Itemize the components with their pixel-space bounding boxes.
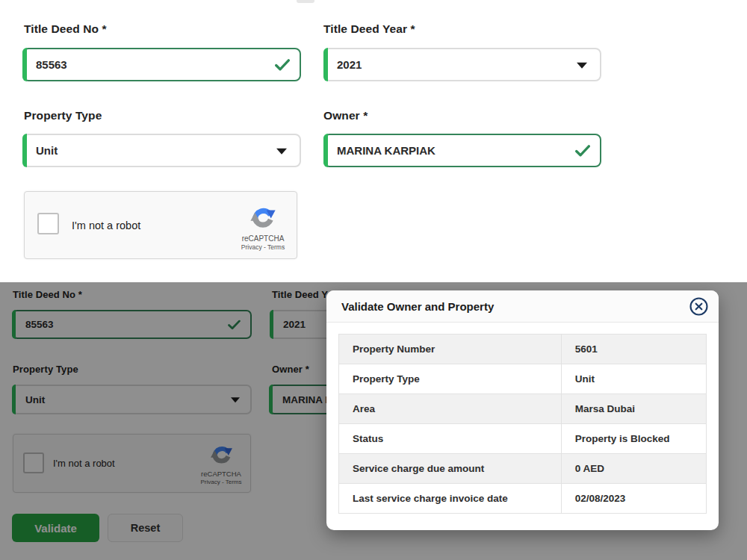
recaptcha-logo: reCAPTCHA Privacy - Terms (235, 203, 291, 251)
close-icon[interactable] (689, 296, 709, 317)
recaptcha-brand-text: reCAPTCHA (235, 235, 291, 243)
title-deed-year-select[interactable]: 2021 (323, 48, 601, 81)
recaptcha-checkbox[interactable] (37, 213, 59, 234)
title-deed-no-label: Title Deed No * (24, 22, 107, 36)
row-label: Property Number (339, 335, 562, 364)
form-section-active: Title Deed No * Title Deed Year * 2021 P… (0, 0, 747, 282)
row-value: 5601 (561, 335, 706, 364)
property-details-table: Property Number 5601 Property Type Unit … (338, 334, 707, 514)
owner-field[interactable] (323, 134, 601, 167)
modal-header: Validate Owner and Property (326, 290, 719, 323)
row-label: Status (339, 424, 562, 454)
table-row: Area Marsa Dubai (339, 394, 707, 424)
row-value: Property is Blocked (561, 424, 706, 454)
title-deed-no-input[interactable] (24, 58, 244, 71)
owner-input[interactable] (325, 144, 545, 157)
modal-title: Validate Owner and Property (341, 300, 494, 313)
row-label: Property Type (339, 364, 562, 394)
table-row: Property Number 5601 (339, 335, 707, 364)
valid-check-icon (575, 145, 590, 157)
valid-check-icon (275, 59, 290, 71)
title-deed-year-label: Title Deed Year * (323, 22, 415, 36)
title-deed-no-field[interactable] (22, 48, 301, 81)
form-section-dimmed: Title Deed No * Title Deed Year * 2021 P… (0, 282, 747, 560)
property-type-value: Unit (24, 144, 58, 157)
recaptcha-privacy-terms-links[interactable]: Privacy - Terms (235, 244, 291, 251)
row-value: Marsa Dubai (561, 394, 706, 424)
chevron-down-icon (577, 62, 587, 68)
table-row: Status Property is Blocked (339, 424, 707, 454)
recaptcha-logo-icon (249, 203, 277, 231)
table-row: Last service charge invoice date 02/08/2… (339, 484, 707, 514)
table-row: Property Type Unit (339, 364, 707, 394)
property-type-label: Property Type (24, 109, 102, 122)
cutoff-ui-fragment (297, 0, 314, 3)
row-value: 02/08/2023 (561, 484, 706, 514)
row-value: 0 AED (561, 454, 706, 484)
owner-label: Owner * (323, 109, 368, 122)
validate-owner-property-modal: Validate Owner and Property Property Num… (326, 290, 719, 530)
row-value: Unit (561, 364, 706, 394)
recaptcha-widget: I'm not a robot reCAPTCHA Privacy - Term… (24, 191, 297, 259)
row-label: Last service charge invoice date (339, 484, 562, 514)
row-label: Service charge due amount (339, 454, 562, 484)
recaptcha-label: I'm not a robot (72, 192, 140, 258)
chevron-down-icon (276, 148, 287, 154)
property-type-select[interactable]: Unit (22, 134, 301, 167)
row-label: Area (339, 394, 562, 424)
table-row: Service charge due amount 0 AED (339, 454, 707, 484)
title-deed-year-value: 2021 (325, 58, 362, 71)
modal-body: Property Number 5601 Property Type Unit … (326, 323, 719, 514)
